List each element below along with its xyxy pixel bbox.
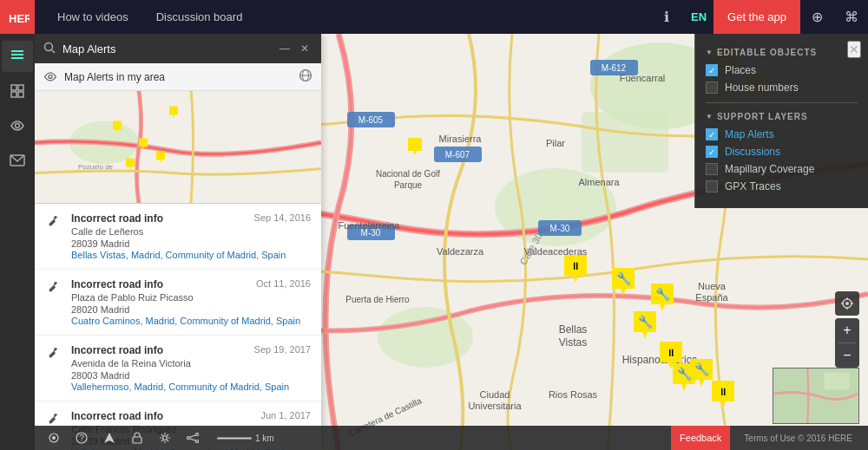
lang-selector[interactable]: EN <box>684 10 713 23</box>
alert-location-0: Bellas Vistas, Madrid, Community of Madr… <box>71 250 311 260</box>
panel-mini-map[interactable]: Pozuelo de <box>35 91 321 204</box>
toolbar-help-btn[interactable]: ? <box>71 427 92 448</box>
minimize-button[interactable]: — <box>276 41 293 56</box>
map-marker-5[interactable]: 🔧 <box>651 284 674 314</box>
nav-how-to[interactable]: How to videos <box>43 0 142 34</box>
svg-text:Mirasierra: Mirasierra <box>439 134 483 144</box>
svg-marker-96 <box>104 433 115 443</box>
map-container[interactable]: M-607 M-605 M-30 M-30 M-612 Mirasierra N… <box>35 34 868 450</box>
svg-point-87 <box>845 302 849 305</box>
svg-rect-97 <box>133 437 141 443</box>
map-alerts-checkbox-row[interactable]: Map Alerts <box>706 128 858 140</box>
alert-content-1: Incorrect road info Oct 11, 2016 Plaza d… <box>71 278 311 326</box>
map-marker-6[interactable]: 🔧 <box>634 311 656 342</box>
toolbar-locate-btn[interactable] <box>43 427 64 448</box>
mapillary-checkbox[interactable] <box>706 163 718 175</box>
mapillary-checkbox-row[interactable]: Mapillary Coverage <box>706 163 858 175</box>
top-nav: HERE How to videos Discussion board ℹ EN… <box>0 0 868 34</box>
alert-item-2[interactable]: Incorrect road info Sep 19, 2017 Avenida… <box>35 336 321 401</box>
close-right-panel-button[interactable]: ✕ <box>847 41 861 58</box>
right-panel: ✕ EDITABLE OBJECTS Places House numbers … <box>694 34 868 208</box>
svg-point-99 <box>187 437 190 440</box>
svg-text:🔧: 🔧 <box>677 367 693 382</box>
svg-text:M-612: M-612 <box>602 63 627 73</box>
panel-controls: — ✕ <box>276 41 312 56</box>
toolbar-arrow-btn[interactable] <box>99 427 120 448</box>
subheader-title: Map Alerts in my area <box>64 71 292 83</box>
svg-rect-7 <box>11 92 16 97</box>
zoom-out-button[interactable]: − <box>835 343 859 368</box>
map-marker-9[interactable]: ⏸ <box>712 381 734 411</box>
toolbar-settings-btn[interactable] <box>155 427 175 448</box>
support-section-title: SUPPORT LAYERS <box>706 112 858 121</box>
alert-item-0[interactable]: Incorrect road info Sep 14, 2016 Calle d… <box>35 204 321 270</box>
svg-rect-2 <box>11 54 23 55</box>
map-toolbar: ? <box>35 426 868 450</box>
house-numbers-checkbox[interactable] <box>706 82 718 94</box>
close-panel-button[interactable]: ✕ <box>297 41 312 56</box>
map-alerts-label: Map Alerts <box>725 128 774 140</box>
nav-discussion[interactable]: Discussion board <box>142 0 257 34</box>
svg-point-70 <box>45 42 53 50</box>
apple-icon[interactable]: ⌘ <box>834 0 868 34</box>
feedback-button[interactable]: Feedback <box>671 426 730 450</box>
get-app-button[interactable]: Get the app <box>713 0 800 34</box>
alert-wrench-icon-2 <box>45 346 62 363</box>
gpx-label: GPX Traces <box>725 180 781 192</box>
alert-postcode-2: 28003 Madrid <box>71 370 311 381</box>
editable-section-title: EDITABLE OBJECTS <box>706 48 858 57</box>
svg-text:⏸: ⏸ <box>666 347 676 359</box>
alert-date-0: Sep 14, 2016 <box>254 212 311 223</box>
alert-wrench-icon-1 <box>45 280 62 297</box>
svg-point-72 <box>49 75 52 78</box>
gpx-checkbox[interactable] <box>706 180 718 192</box>
gpx-checkbox-row[interactable]: GPX Traces <box>706 180 858 192</box>
alerts-list: Incorrect road info Sep 14, 2016 Calle d… <box>35 204 321 450</box>
map-marker-3[interactable]: ⏸ <box>564 255 587 285</box>
svg-text:🔧: 🔧 <box>655 287 671 302</box>
svg-text:Fuentelarreina: Fuentelarreina <box>339 220 401 231</box>
map-marker-10[interactable]: 🔧 <box>673 363 695 394</box>
svg-point-93 <box>52 436 56 440</box>
globe-icon[interactable] <box>299 68 312 85</box>
svg-text:Nueva: Nueva <box>698 281 727 291</box>
panel-subheader: Map Alerts in my area <box>35 63 321 91</box>
grid-icon[interactable] <box>2 75 33 107</box>
eye-icon[interactable] <box>2 110 33 141</box>
map-marker-11[interactable] <box>408 138 422 158</box>
alert-wrench-icon-0 <box>45 214 62 232</box>
visibility-icon[interactable] <box>43 70 57 84</box>
info-icon[interactable]: ℹ <box>650 0 684 34</box>
mapillary-label: Mapillary Coverage <box>725 163 814 175</box>
discussions-checkbox-row[interactable]: Discussions <box>706 146 858 158</box>
house-numbers-checkbox-row[interactable]: House numbers <box>706 82 858 94</box>
svg-text:Nacional de Golf: Nacional de Golf <box>376 169 440 179</box>
layers-icon[interactable] <box>2 41 33 72</box>
svg-text:Vistas: Vistas <box>559 336 587 349</box>
svg-text:🔧: 🔧 <box>638 315 654 329</box>
toolbar-lock-btn[interactable] <box>127 427 148 448</box>
svg-marker-69 <box>408 138 422 155</box>
svg-text:Valdezarza: Valdezarza <box>437 246 484 257</box>
zoom-in-button[interactable]: + <box>835 318 859 342</box>
alert-title-1: Incorrect road info <box>71 278 163 290</box>
alert-item-1[interactable]: Incorrect road info Oct 11, 2016 Plaza d… <box>35 270 321 336</box>
toolbar-share-btn[interactable] <box>182 427 203 448</box>
android-icon[interactable]: ⊕ <box>800 0 834 34</box>
mini-map-thumbnail[interactable] <box>773 368 859 424</box>
svg-text:Parque: Parque <box>394 180 423 190</box>
svg-text:Pozuelo de: Pozuelo de <box>78 163 114 171</box>
alert-address-2: Avenida de la Reina Victoria <box>71 358 311 368</box>
map-marker-4[interactable]: 🔧 <box>612 268 635 298</box>
alert-location-2: Vallehermoso, Madrid, Community of Madri… <box>71 382 311 392</box>
locate-button[interactable] <box>835 291 859 316</box>
mail-icon[interactable] <box>2 145 33 176</box>
terms-link[interactable]: Terms of Use © 2016 HERE <box>737 426 859 450</box>
discussions-checkbox[interactable] <box>706 146 718 158</box>
left-sidebar <box>0 34 35 450</box>
places-checkbox-row[interactable]: Places <box>706 64 858 76</box>
places-checkbox[interactable] <box>706 64 718 76</box>
map-alerts-checkbox[interactable] <box>706 128 718 140</box>
svg-line-103 <box>190 439 196 441</box>
svg-point-100 <box>196 434 199 436</box>
